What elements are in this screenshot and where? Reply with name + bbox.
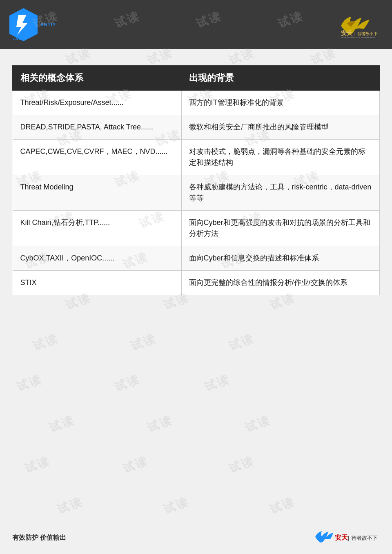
footer: 有效防护 价值输出 安天 | 智者敌不下 [0, 521, 392, 554]
table-row: Threat/Risk/Exposure/Asset......西方的IT管理和… [13, 90, 379, 115]
table-row: CybOX,TAXII，OpenIOC......面向Cyber和信息交换的描述… [13, 246, 379, 271]
right-logo-icon: 安天 | 智者敌不下 安关网络安全令训营第四期 [339, 11, 384, 38]
table-cell-concept: Threat Modeling [13, 175, 181, 211]
footer-right: 安天 | 智者敌不下 [314, 527, 380, 549]
svg-text:安天: 安天 [341, 30, 353, 36]
table-header-col2: 出现的背景 [181, 66, 379, 90]
table-cell-concept: Threat/Risk/Exposure/Asset...... [13, 90, 181, 115]
table-cell-background: 各种威胁建模的方法论，工具，risk-centric，data-driven等等 [181, 175, 379, 211]
table-cell-background: 西方的IT管理和标准化的背景 [181, 90, 379, 115]
svg-text:|: | [348, 535, 349, 541]
logo-text: ANTIY [40, 22, 56, 27]
table-cell-concept: Kill Chain,钻石分析,TTP...... [13, 211, 181, 246]
svg-text:安天: 安天 [334, 534, 348, 541]
table-header-col1: 相关的概念体系 [13, 66, 181, 90]
table-cell-concept: DREAD,STRIDE,PASTA, Attack Tree...... [13, 115, 181, 140]
header: ANTIY ANTIY 安天 | 智者敌不下 安关网络安全令训营第四期 [0, 0, 392, 49]
table-cell-background: 面向更完整的综合性的情报分析/作业/交换的体系 [181, 271, 379, 295]
header-logo-area: ANTIY ANTIY [8, 7, 56, 42]
antiy-logo-icon: ANTIY [8, 7, 39, 42]
header-right-logo: 安天 | 智者敌不下 安关网络安全令训营第四期 [335, 10, 384, 39]
table-row: CAPEC,CWE,CVE,CVRF，MAEC，NVD......对攻击模式，脆… [13, 140, 379, 175]
table-cell-background: 面向Cyber和更高强度的攻击和对抗的场景的分析工具和分析方法 [181, 211, 379, 246]
table-row: DREAD,STRIDE,PASTA, Attack Tree......微软和… [13, 115, 379, 140]
table-cell-background: 面向Cyber和信息交换的描述和标准体系 [181, 246, 379, 271]
table-row: Kill Chain,钻石分析,TTP......面向Cyber和更高强度的攻击… [13, 211, 379, 246]
table-cell-concept: CybOX,TAXII，OpenIOC...... [13, 246, 181, 271]
main-content: 相关的概念体系 出现的背景 Threat/Risk/Exposure/Asset… [0, 49, 392, 521]
svg-text:安关网络安全令训营第四期: 安关网络安全令训营第四期 [341, 37, 375, 38]
table-cell-background: 对攻击模式，脆弱点，漏洞等各种基础的安全元素的标定和描述结构 [181, 140, 379, 175]
concept-table: 相关的概念体系 出现的背景 Threat/Risk/Exposure/Asset… [12, 65, 380, 295]
table-row: STIX面向更完整的综合性的情报分析/作业/交换的体系 [13, 271, 379, 295]
svg-text:|: | [354, 32, 355, 36]
table-row: Threat Modeling各种威胁建模的方法论，工具，risk-centri… [13, 175, 379, 211]
footer-slogan: 有效防护 价值输出 [12, 534, 66, 542]
svg-text:智者敌不下: 智者敌不下 [351, 535, 378, 541]
footer-logo-icon: 安天 | 智者敌不下 [314, 527, 380, 549]
svg-text:智者敌不下: 智者敌不下 [357, 31, 378, 36]
table-cell-concept: CAPEC,CWE,CVE,CVRF，MAEC，NVD...... [13, 140, 181, 175]
table-cell-concept: STIX [13, 271, 181, 295]
svg-text:ANTIY: ANTIY [13, 37, 24, 41]
table-cell-background: 微软和相关安全厂商所推出的风险管理模型 [181, 115, 379, 140]
